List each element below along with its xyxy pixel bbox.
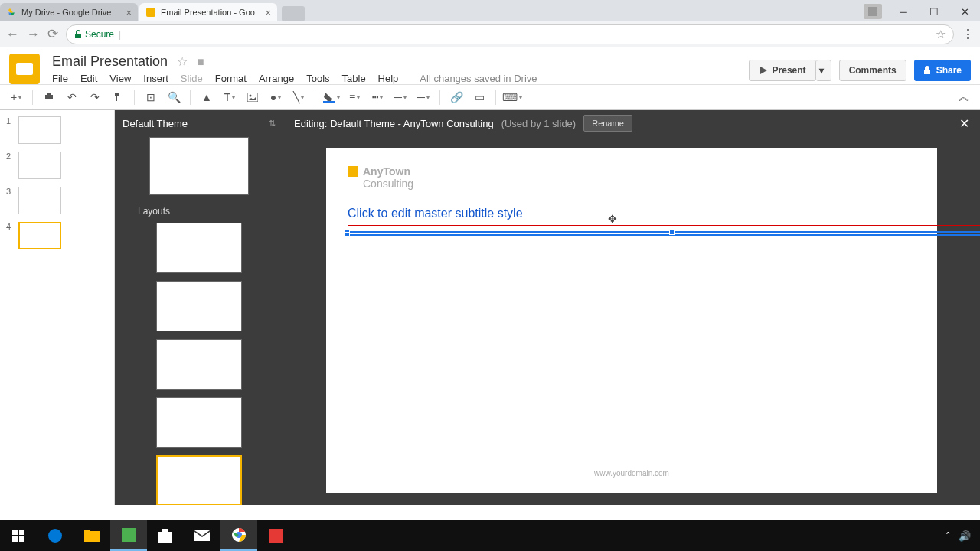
line-start-tool[interactable]: ─ — [390, 87, 410, 107]
menu-tools[interactable]: Tools — [306, 73, 329, 84]
fit-button[interactable]: ⊡ — [141, 87, 161, 107]
collapse-toolbar-icon[interactable]: ︽ — [954, 87, 974, 107]
menu-view[interactable]: View — [109, 73, 131, 84]
theme-title: Default Theme — [122, 118, 188, 129]
back-button[interactable]: ← — [6, 27, 19, 42]
new-slide-button[interactable]: + — [6, 87, 26, 107]
layout-thumb[interactable] — [156, 223, 242, 273]
forward-button[interactable]: → — [27, 27, 40, 42]
main-area: 1 2 3 4 Default Theme ⇅ Layouts Editing:… — [0, 110, 980, 505]
redo-button[interactable]: ↷ — [85, 87, 105, 107]
border-weight-tool[interactable]: ≡ — [345, 87, 364, 107]
undo-button[interactable]: ↶ — [62, 87, 82, 107]
menu-edit[interactable]: Edit — [80, 73, 97, 84]
print-button[interactable] — [39, 87, 59, 107]
image-tool[interactable] — [243, 87, 263, 107]
resize-handle[interactable] — [345, 232, 350, 237]
master-thumbnail[interactable] — [149, 137, 249, 195]
comments-button[interactable]: Comments — [839, 60, 906, 81]
chrome-user-icon[interactable] — [864, 4, 882, 19]
comment-tool[interactable]: ▭ — [469, 87, 489, 107]
star-icon[interactable]: ☆ — [177, 54, 188, 69]
menu-file[interactable]: File — [52, 73, 68, 84]
layout-thumb-selected[interactable] — [156, 455, 242, 505]
theme-sort-icon[interactable]: ⇅ — [269, 119, 276, 129]
move-cursor-icon: ✥ — [608, 213, 617, 225]
app-icon-2[interactable] — [257, 520, 294, 551]
slide-thumb-1[interactable]: 1 — [6, 116, 108, 144]
store-icon[interactable] — [147, 520, 184, 551]
link-tool[interactable]: 🔗 — [446, 87, 466, 107]
menu-arrange[interactable]: Arrange — [259, 73, 294, 84]
minimize-button[interactable]: ─ — [888, 2, 919, 21]
textbox-tool[interactable]: T — [220, 87, 240, 107]
present-dropdown[interactable]: ▾ — [816, 60, 831, 81]
menu-format[interactable]: Format — [215, 73, 247, 84]
footer-url[interactable]: www.yourdomain.com — [594, 469, 669, 478]
line-end-tool[interactable]: ─ — [413, 87, 433, 107]
document-title[interactable]: Email Presentation — [52, 54, 168, 70]
resize-handle[interactable] — [669, 230, 675, 235]
menu-help[interactable]: Help — [378, 73, 399, 84]
svg-rect-8 — [19, 530, 24, 535]
menu-insert[interactable]: Insert — [143, 73, 168, 84]
svg-rect-0 — [146, 8, 155, 17]
tray-chevron-icon[interactable]: ˄ — [946, 530, 951, 542]
edge-icon[interactable] — [37, 520, 74, 551]
theme-panel: Default Theme ⇅ Layouts — [115, 110, 283, 505]
share-button[interactable]: Share — [914, 60, 971, 81]
rename-button[interactable]: Rename — [583, 115, 632, 132]
mail-icon[interactable] — [184, 520, 220, 551]
menu-table[interactable]: Table — [342, 73, 366, 84]
border-dash-tool[interactable]: ┅ — [368, 87, 387, 107]
close-window-button[interactable]: ✕ — [949, 2, 980, 21]
volume-icon[interactable]: 🔊 — [959, 530, 971, 542]
zoom-button[interactable]: 🔍 — [164, 87, 184, 107]
reload-button[interactable]: ⟳ — [47, 26, 58, 42]
input-tool[interactable]: ⌨ — [502, 87, 522, 107]
shape-tool[interactable]: ● — [266, 87, 286, 107]
slide-thumb-2[interactable]: 2 — [6, 152, 108, 179]
secure-indicator: Secure — [74, 29, 114, 40]
address-bar[interactable]: Secure | ☆ — [66, 24, 954, 44]
browser-tab-slides[interactable]: Email Presentation - Goo × — [139, 3, 277, 21]
folder-icon[interactable]: ■ — [197, 55, 204, 69]
layout-thumb[interactable] — [156, 281, 242, 331]
layout-thumb[interactable] — [156, 339, 242, 390]
window-controls: ─ ☐ ✕ — [864, 2, 980, 21]
paint-format-button[interactable] — [108, 87, 128, 107]
selection-box[interactable] — [346, 231, 980, 236]
svg-rect-19 — [269, 529, 283, 543]
bookmark-star-icon[interactable]: ☆ — [936, 28, 946, 41]
svg-rect-13 — [84, 530, 90, 533]
chrome-icon[interactable] — [220, 520, 257, 551]
border-color-tool[interactable] — [322, 87, 341, 107]
app-header: Email Presentation ☆ ■ File Edit View In… — [0, 47, 980, 84]
app-icon[interactable] — [110, 520, 147, 551]
slide-thumb-4[interactable]: 4 — [6, 222, 108, 249]
tab-close-icon[interactable]: × — [265, 7, 271, 18]
file-explorer-icon[interactable] — [74, 520, 110, 551]
svg-rect-10 — [19, 536, 24, 542]
browser-tab-drive[interactable]: My Drive - Google Drive × — [0, 3, 138, 21]
brand-block[interactable]: AnyTown — [348, 165, 916, 178]
lock-icon — [74, 30, 82, 39]
slides-logo[interactable] — [9, 54, 40, 84]
slide-thumb-3[interactable]: 3 — [6, 187, 108, 214]
chrome-menu-icon[interactable]: ⋮ — [962, 27, 974, 41]
subtitle-text[interactable]: Click to edit master subtitle style — [348, 207, 916, 220]
menu-bar: File Edit View Insert Slide Format Arran… — [52, 73, 749, 84]
layout-thumb[interactable] — [156, 397, 242, 448]
new-tab-button[interactable] — [282, 6, 305, 21]
select-tool[interactable]: ▲ — [197, 87, 217, 107]
system-tray[interactable]: ˄ 🔊 — [946, 530, 980, 542]
start-button[interactable] — [0, 520, 37, 551]
slide-canvas[interactable]: AnyTown Consulting Click to edit master … — [326, 148, 937, 493]
slide-filmstrip: 1 2 3 4 — [0, 110, 115, 505]
tab-close-icon[interactable]: × — [126, 7, 132, 18]
line-tool[interactable]: ╲ — [289, 87, 309, 107]
present-button[interactable]: Present — [749, 60, 816, 81]
maximize-button[interactable]: ☐ — [919, 2, 949, 21]
subtitle-placeholder-box[interactable]: Click to edit master subtitle style ✥ — [348, 207, 916, 220]
close-editor-icon[interactable]: ✕ — [959, 116, 969, 131]
